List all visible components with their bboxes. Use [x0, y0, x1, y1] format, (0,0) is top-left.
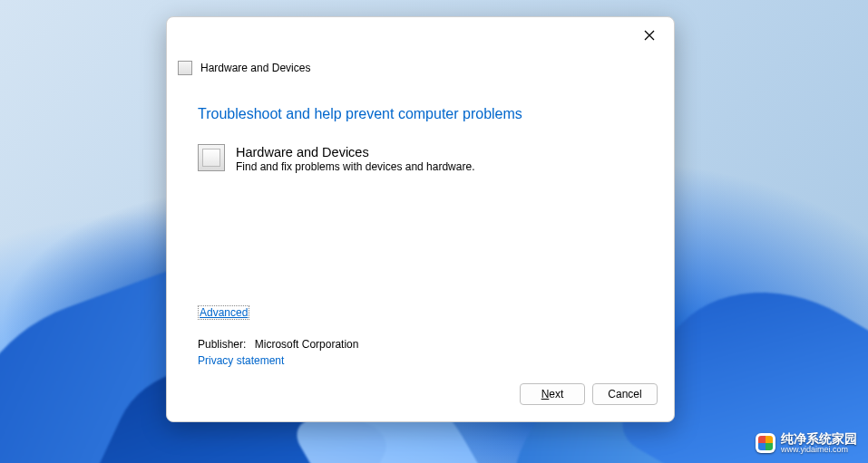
watermark-logo-icon	[756, 433, 775, 453]
privacy-statement-link[interactable]: Privacy statement	[198, 354, 284, 367]
dialog-footer: Next Cancel	[167, 371, 674, 421]
next-button[interactable]: Next	[520, 383, 585, 405]
dialog-header: Hardware and Devices	[167, 61, 674, 75]
watermark-text: 纯净系统家园 www.yidaimei.com	[781, 432, 857, 454]
advanced-link[interactable]: Advanced	[198, 305, 249, 320]
watermark: 纯净系统家园 www.yidaimei.com	[756, 432, 857, 454]
hardware-small-icon	[178, 61, 192, 75]
publisher-label: Publisher:	[198, 338, 246, 351]
watermark-line1: 纯净系统家园	[781, 432, 857, 446]
publisher-row: Publisher: Microsoft Corporation	[198, 338, 643, 351]
hardware-large-icon	[198, 144, 225, 171]
next-rest: ext	[549, 388, 563, 400]
headline: Troubleshoot and help prevent computer p…	[198, 106, 643, 122]
dialog-title: Hardware and Devices	[200, 62, 310, 74]
troubleshooter-dialog: Hardware and Devices Troubleshoot and he…	[166, 16, 675, 422]
item-text: Hardware and Devices Find and fix proble…	[236, 144, 474, 174]
spacer	[198, 174, 643, 305]
dialog-content: Troubleshoot and help prevent computer p…	[167, 75, 674, 371]
cancel-button[interactable]: Cancel	[592, 383, 658, 405]
item-description: Find and fix problems with devices and h…	[236, 160, 474, 174]
publisher-value: Microsoft Corporation	[255, 338, 359, 351]
troubleshooter-item: Hardware and Devices Find and fix proble…	[198, 144, 643, 174]
close-button[interactable]	[630, 22, 668, 49]
close-icon	[644, 30, 655, 41]
titlebar	[167, 17, 674, 53]
item-title: Hardware and Devices	[236, 144, 474, 160]
watermark-line2: www.yidaimei.com	[781, 446, 857, 454]
